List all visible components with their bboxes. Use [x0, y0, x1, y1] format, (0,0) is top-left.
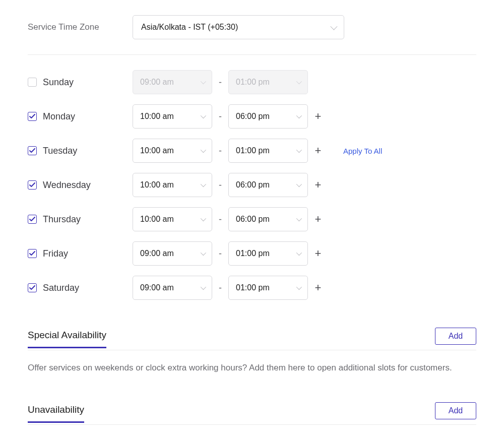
chevron-down-icon [201, 113, 206, 118]
chevron-down-icon [201, 250, 206, 256]
start-time-value: 09:00 am [140, 78, 174, 87]
day-check-wrap: Friday [28, 248, 133, 259]
day-check-wrap: Thursday [28, 214, 133, 225]
end-time-select[interactable]: 01:00 pm [228, 139, 308, 163]
day-checkbox[interactable] [28, 180, 37, 190]
day-name: Sunday [43, 77, 74, 88]
unavailability-section: Unavailability Add Block days off your s… [28, 402, 476, 440]
unavailability-title: Unavailability [28, 404, 84, 423]
day-check-wrap: Saturday [28, 283, 133, 293]
special-availability-add-button[interactable]: Add [435, 328, 476, 345]
section-header: Unavailability Add [28, 402, 476, 425]
day-check-wrap: Monday [28, 111, 133, 122]
day-row: Monday10:00 am-06:00 pm+ [28, 104, 476, 129]
day-check-wrap: Sunday [28, 77, 133, 88]
end-time-value: 01:00 pm [236, 78, 270, 87]
start-time-select: 09:00 am [133, 70, 212, 94]
day-name: Monday [43, 111, 75, 122]
start-time-select[interactable]: 10:00 am [133, 139, 212, 163]
days-schedule: Sunday09:00 am-01:00 pmMonday10:00 am-06… [28, 55, 476, 300]
day-checkbox[interactable] [28, 283, 37, 292]
chevron-down-icon [201, 147, 206, 153]
end-time-select[interactable]: 01:00 pm [228, 276, 308, 300]
day-checkbox[interactable] [28, 112, 37, 121]
start-time-select[interactable]: 10:00 am [133, 207, 212, 231]
day-name: Thursday [43, 214, 81, 225]
day-row: Tuesday10:00 am-01:00 pm+Apply To All [28, 139, 476, 163]
time-separator: - [212, 146, 228, 156]
start-time-value: 10:00 am [140, 112, 174, 121]
end-time-value: 06:00 pm [236, 215, 270, 224]
add-slot-button[interactable]: + [308, 144, 328, 157]
add-slot-button[interactable]: + [308, 178, 328, 192]
day-name: Wednesday [43, 180, 91, 191]
timezone-select[interactable]: Asia/Kolkata - IST (+05:30) [133, 15, 344, 39]
chevron-down-icon [296, 216, 302, 221]
start-time-value: 09:00 am [140, 249, 174, 258]
time-separator: - [212, 248, 228, 259]
chevron-down-icon [296, 181, 302, 187]
day-check-wrap: Wednesday [28, 180, 133, 191]
end-time-value: 01:00 pm [236, 283, 270, 292]
start-time-value: 10:00 am [140, 180, 174, 190]
time-separator: - [212, 111, 228, 122]
day-row: Sunday09:00 am-01:00 pm [28, 70, 476, 94]
day-name: Friday [43, 248, 68, 259]
timezone-label: Service Time Zone [28, 22, 133, 32]
chevron-down-icon [296, 113, 302, 118]
chevron-down-icon [201, 181, 206, 187]
day-row: Thursday10:00 am-06:00 pm+ [28, 207, 476, 231]
end-time-value: 06:00 pm [236, 180, 270, 190]
time-separator: - [212, 283, 228, 293]
section-header: Special Availability Add [28, 328, 476, 350]
unavailability-description: Block days off your service schedule. Ad… [28, 436, 476, 440]
special-availability-description: Offer services on weekends or clock extr… [28, 361, 476, 374]
add-slot-button[interactable]: + [308, 281, 328, 294]
add-slot-button[interactable]: + [308, 247, 328, 260]
end-time-value: 06:00 pm [236, 112, 270, 121]
end-time-value: 01:00 pm [236, 249, 270, 258]
chevron-down-icon [296, 250, 302, 256]
time-separator: - [212, 77, 228, 88]
chevron-down-icon [201, 216, 206, 221]
chevron-down-icon [201, 284, 206, 290]
add-slot-button[interactable]: + [308, 213, 328, 226]
start-time-value: 10:00 am [140, 146, 174, 155]
start-time-value: 09:00 am [140, 283, 174, 292]
special-availability-title: Special Availability [28, 330, 106, 348]
timezone-row: Service Time Zone Asia/Kolkata - IST (+0… [28, 15, 476, 55]
chevron-down-icon [201, 79, 206, 84]
day-checkbox[interactable] [28, 249, 37, 258]
start-time-select[interactable]: 10:00 am [133, 173, 212, 197]
chevron-down-icon [296, 147, 302, 153]
unavailability-add-button[interactable]: Add [435, 402, 476, 419]
end-time-select[interactable]: 06:00 pm [228, 173, 308, 197]
day-name: Saturday [43, 283, 79, 293]
end-time-select[interactable]: 06:00 pm [228, 104, 308, 129]
end-time-value: 01:00 pm [236, 146, 270, 155]
chevron-down-icon [296, 79, 302, 84]
day-checkbox[interactable] [28, 215, 37, 224]
day-check-wrap: Tuesday [28, 146, 133, 156]
start-time-select[interactable]: 09:00 am [133, 241, 212, 266]
day-checkbox[interactable] [28, 78, 37, 87]
special-availability-section: Special Availability Add Offer services … [28, 328, 476, 374]
add-slot-button[interactable]: + [308, 110, 328, 123]
day-checkbox[interactable] [28, 146, 37, 155]
chevron-down-icon [330, 23, 337, 30]
day-name: Tuesday [43, 146, 77, 156]
day-row: Saturday09:00 am-01:00 pm+ [28, 276, 476, 300]
apply-to-all-link[interactable]: Apply To All [343, 147, 382, 155]
end-time-select[interactable]: 06:00 pm [228, 207, 308, 231]
chevron-down-icon [296, 284, 302, 290]
end-time-select: 01:00 pm [228, 70, 308, 94]
day-row: Wednesday10:00 am-06:00 pm+ [28, 173, 476, 197]
time-separator: - [212, 214, 228, 225]
start-time-select[interactable]: 10:00 am [133, 104, 212, 129]
end-time-select[interactable]: 01:00 pm [228, 241, 308, 266]
day-row: Friday09:00 am-01:00 pm+ [28, 241, 476, 266]
start-time-select[interactable]: 09:00 am [133, 276, 212, 300]
time-separator: - [212, 180, 228, 191]
start-time-value: 10:00 am [140, 215, 174, 224]
timezone-value: Asia/Kolkata - IST (+05:30) [141, 23, 238, 32]
